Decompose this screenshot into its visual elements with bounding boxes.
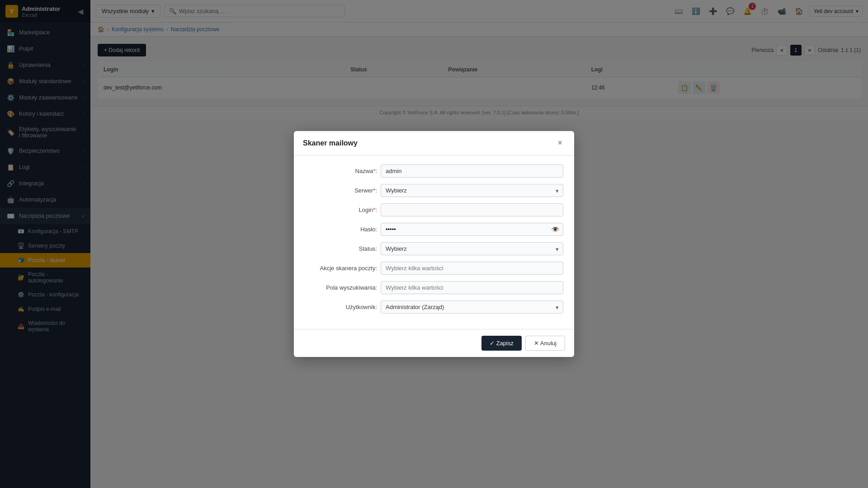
cancel-button[interactable]: ✕ Anuluj bbox=[525, 336, 565, 351]
modal-header: Skaner mailowy × bbox=[294, 131, 574, 155]
haslo-input[interactable] bbox=[381, 223, 563, 236]
modal-title: Skaner mailowy bbox=[303, 139, 358, 147]
serwer-select-wrap: Wybierz bbox=[381, 184, 563, 197]
field-status-row: Status: Wybierz bbox=[305, 242, 563, 255]
field-nazwa-row: Nazwa*: bbox=[305, 164, 563, 178]
login-label: Login*: bbox=[305, 203, 377, 213]
status-label: Status: bbox=[305, 242, 377, 252]
save-button[interactable]: ✓ Zapisz bbox=[481, 336, 522, 351]
serwer-label: Serwer*: bbox=[305, 184, 377, 194]
modal-skaner-mailowy: Skaner mailowy × Nazwa*: Serwer*: Wybier… bbox=[294, 131, 574, 357]
akcje-input[interactable] bbox=[381, 262, 563, 275]
uzytkownik-select[interactable]: Administrator (Zarząd) bbox=[381, 300, 563, 314]
modal-close-button[interactable]: × bbox=[555, 137, 565, 149]
modal-body: Nazwa*: Serwer*: Wybierz Login*: bbox=[294, 155, 574, 329]
serwer-select[interactable]: Wybierz bbox=[381, 184, 563, 197]
haslo-label: Hasło: bbox=[305, 223, 377, 233]
pola-input[interactable] bbox=[381, 281, 563, 294]
password-wrap: 👁️ bbox=[381, 223, 563, 236]
akcje-label: Akcje skanera poczty: bbox=[305, 262, 377, 272]
login-input[interactable] bbox=[381, 203, 563, 216]
modal-overlay[interactable]: Skaner mailowy × Nazwa*: Serwer*: Wybier… bbox=[0, 0, 868, 488]
pola-label: Pola wyszukiwania: bbox=[305, 281, 377, 291]
nazwa-input[interactable] bbox=[381, 164, 563, 178]
nazwa-label: Nazwa*: bbox=[305, 164, 377, 174]
modal-footer: ✓ Zapisz ✕ Anuluj bbox=[294, 329, 574, 357]
field-akcje-row: Akcje skanera poczty: bbox=[305, 262, 563, 275]
field-haslo-row: Hasło: 👁️ bbox=[305, 223, 563, 236]
field-login-row: Login*: bbox=[305, 203, 563, 216]
status-select-wrap: Wybierz bbox=[381, 242, 563, 255]
status-select[interactable]: Wybierz bbox=[381, 242, 563, 255]
uzytkownik-select-wrap: Administrator (Zarząd) bbox=[381, 300, 563, 314]
field-serwer-row: Serwer*: Wybierz bbox=[305, 184, 563, 197]
field-pola-row: Pola wyszukiwania: bbox=[305, 281, 563, 294]
uzytkownik-label: Użytkownik: bbox=[305, 300, 377, 310]
field-uzytkownik-row: Użytkownik: Administrator (Zarząd) bbox=[305, 300, 563, 314]
password-toggle-icon[interactable]: 👁️ bbox=[551, 225, 560, 234]
